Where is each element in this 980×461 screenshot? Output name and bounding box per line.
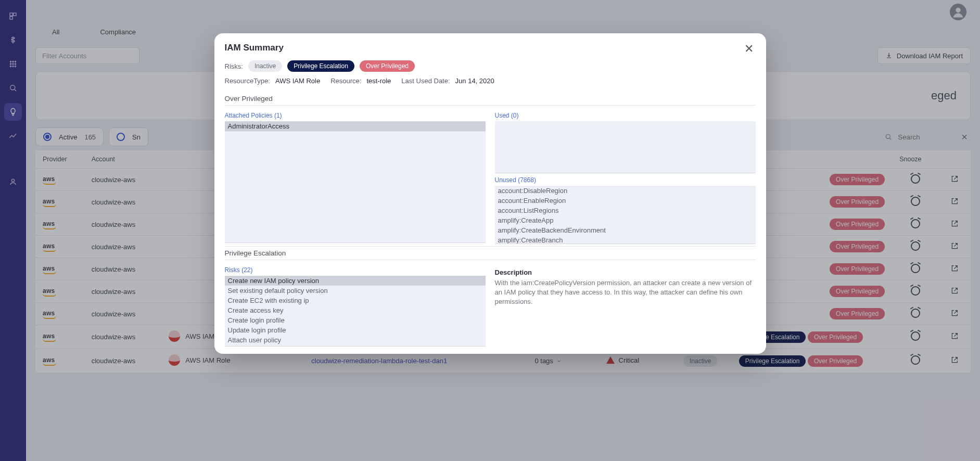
attached-policies-header: Attached Policies (1) <box>225 112 486 119</box>
section-over-priv: Over Privileged <box>225 92 756 106</box>
list-item[interactable]: Attach group policy <box>225 345 486 347</box>
risk-list[interactable]: Create new IAM policy versionSet existin… <box>225 276 486 347</box>
list-item[interactable]: Create access key <box>225 305 486 315</box>
modal-title: IAM Summary <box>225 43 756 53</box>
attached-policies-list[interactable]: AdministratorAccess <box>225 121 486 243</box>
close-icon[interactable]: ✕ <box>741 42 757 56</box>
list-item[interactable]: Create login profile <box>225 315 486 325</box>
used-list[interactable] <box>495 121 756 173</box>
list-item[interactable]: Attach user policy <box>225 335 486 345</box>
list-item[interactable]: account:EnableRegion <box>495 196 756 206</box>
unused-list[interactable]: account:DisableRegionaccount:EnableRegio… <box>495 186 756 244</box>
list-item[interactable]: account:DisableRegion <box>495 186 756 196</box>
chip-priv-esc[interactable]: Privilege Escalation <box>287 60 354 72</box>
chip-over-priv[interactable]: Over Privileged <box>360 60 415 72</box>
list-item[interactable]: Update login profile <box>225 325 486 335</box>
list-item[interactable]: AdministratorAccess <box>225 121 486 131</box>
list-item[interactable]: amplify:CreateApp <box>495 215 756 225</box>
list-item[interactable]: amplify:CreateBackendEnvironment <box>495 225 756 235</box>
risks-label: Risks: <box>225 62 243 70</box>
list-item[interactable]: account:ListRegions <box>495 206 756 215</box>
modal-risk-row: Risks: Inactive Privilege Escalation Ove… <box>225 60 756 72</box>
used-header: Used (0) <box>495 112 756 119</box>
unused-header: Unused (7868) <box>495 176 756 184</box>
app-shell: All Compliance Filter Accounts Download … <box>0 0 980 461</box>
description-body: With the iam:CreatePolicyVersion permiss… <box>495 278 756 307</box>
iam-summary-modal: ✕ IAM Summary Risks: Inactive Privilege … <box>214 33 766 354</box>
risks-count-header: Risks (22) <box>225 266 486 274</box>
list-item[interactable]: Create EC2 with existing ip <box>225 296 486 305</box>
list-item[interactable]: Set existing default policy version <box>225 286 486 296</box>
list-item[interactable]: amplify:CreateBranch <box>495 235 756 244</box>
chip-inactive[interactable]: Inactive <box>248 60 282 72</box>
section-priv-esc: Privilege Escalation <box>225 246 756 260</box>
modal-resource-row: ResourceType: AWS IAM Role Resource: tes… <box>225 77 756 85</box>
list-item[interactable]: Create new IAM policy version <box>225 276 486 286</box>
description-title: Description <box>495 268 756 276</box>
